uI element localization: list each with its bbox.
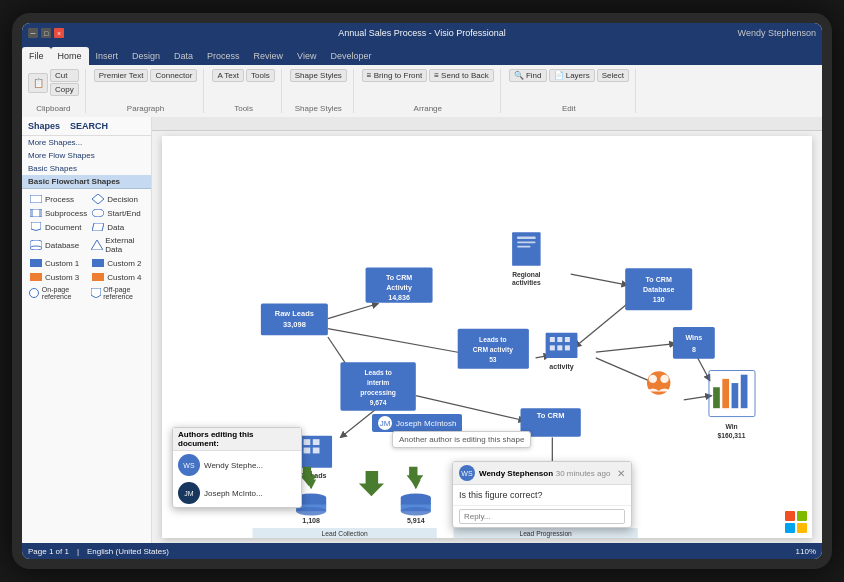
maximize-button[interactable]: □ (41, 28, 51, 38)
database-icon (29, 240, 43, 250)
ribbon-group-edit: 🔍 Find 📄 Layers Select Edit (507, 69, 636, 113)
subprocess-icon (29, 208, 43, 218)
comment-close-icon[interactable]: ✕ (617, 468, 625, 479)
shape-document[interactable]: Document (28, 221, 88, 233)
svg-rect-61 (557, 345, 562, 350)
svg-text:9,674: 9,674 (370, 399, 387, 407)
svg-rect-14 (92, 259, 104, 267)
flowchart-section: Basic Flowchart Shapes (22, 175, 151, 189)
shape-subprocess[interactable]: Subprocess (28, 207, 88, 219)
tab-review[interactable]: Review (247, 47, 291, 65)
svg-text:activity: activity (549, 363, 574, 371)
more-shapes-link[interactable]: More Shapes... (22, 136, 151, 149)
canvas-area[interactable]: Raw Leads 33,098 To CRM Activity 14,836 (152, 117, 822, 543)
tab-design[interactable]: Design (125, 47, 167, 65)
tab-home[interactable]: Home (51, 47, 89, 65)
close-button[interactable]: × (54, 28, 64, 38)
layers-button[interactable]: 📄 Layers (549, 69, 595, 82)
shape-styles-button[interactable]: Shape Styles (290, 69, 347, 82)
zoom-level: 110% (796, 547, 816, 556)
editing-user-icon: JM (378, 416, 392, 430)
copy-button[interactable]: Copy (50, 83, 79, 96)
minimize-button[interactable]: ─ (28, 28, 38, 38)
shape-custom3[interactable]: Custom 3 (28, 271, 88, 283)
tab-insert[interactable]: Insert (89, 47, 126, 65)
user-label: Wendy Stephenson (738, 28, 816, 38)
shape-database[interactable]: Database (28, 235, 88, 255)
tab-process[interactable]: Process (200, 47, 247, 65)
shape-onpage-ref[interactable]: On-page reference (28, 285, 88, 301)
main-area: Shapes SEARCH More Shapes... More Flow S… (22, 117, 822, 543)
tools-btn2[interactable]: Tools (246, 69, 275, 82)
svg-line-29 (684, 396, 712, 400)
process-icon (29, 194, 43, 204)
svg-text:Wins: Wins (685, 334, 702, 342)
comment-reply-input[interactable] (459, 509, 625, 524)
svg-text:$160,311: $160,311 (718, 432, 746, 440)
tab-developer[interactable]: Developer (323, 47, 378, 65)
basic-shapes-link[interactable]: Basic Shapes (22, 162, 151, 175)
comment-reply-area (453, 505, 631, 527)
svg-rect-57 (550, 337, 555, 342)
author-avatar-1: WS (178, 454, 200, 476)
commenter-name: Wendy Stephenson (479, 469, 553, 478)
text-button[interactable]: A Text (212, 69, 244, 82)
tab-data[interactable]: Data (167, 47, 200, 65)
shape-process[interactable]: Process (28, 193, 88, 205)
shape-external-data[interactable]: External Data (90, 235, 145, 255)
svg-text:To CRM: To CRM (646, 276, 672, 284)
svg-rect-58 (557, 337, 562, 342)
offpage-ref-icon (91, 288, 101, 298)
svg-rect-84 (304, 439, 311, 445)
shape-data[interactable]: Data (90, 221, 145, 233)
find-button[interactable]: 🔍 Find (509, 69, 547, 82)
screen: ─ □ × Annual Sales Process - Visio Profe… (22, 23, 822, 559)
svg-text:interim: interim (367, 379, 389, 386)
shape-startend[interactable]: Start/End (90, 207, 145, 219)
svg-marker-1 (92, 194, 104, 204)
premier-text-button[interactable]: Premier Text (94, 69, 149, 82)
shape-custom4[interactable]: Custom 4 (90, 271, 145, 283)
svg-text:To CRM: To CRM (386, 274, 412, 282)
more-flow-link[interactable]: More Flow Shapes (22, 149, 151, 162)
page-canvas[interactable]: Raw Leads 33,098 To CRM Activity 14,836 (162, 136, 812, 538)
shape-decision[interactable]: Decision (90, 193, 145, 205)
send-back-button[interactable]: ≡ Send to Back (429, 69, 493, 82)
bring-front-button[interactable]: ≡ Bring to Front (362, 69, 427, 82)
tab-file[interactable]: File (22, 47, 51, 65)
cut-button[interactable]: Cut (50, 69, 79, 82)
svg-rect-43 (517, 237, 535, 240)
svg-rect-85 (313, 439, 320, 445)
arrange-label: Arrange (414, 104, 442, 113)
svg-text:CRM activity: CRM activity (473, 346, 513, 354)
clipboard-label: Clipboard (36, 104, 70, 113)
select-button[interactable]: Select (597, 69, 629, 82)
shapes-header: Shapes SEARCH (22, 117, 151, 136)
shape-custom1[interactable]: Custom 1 (28, 257, 88, 269)
author-row-1: WS Wendy Stephe... (173, 451, 301, 479)
window-title: Annual Sales Process - Visio Professiona… (338, 28, 505, 38)
ribbon-group-paragraph: Premier Text Connector Paragraph (92, 69, 205, 113)
svg-line-19 (328, 304, 378, 319)
custom3-icon (29, 272, 43, 282)
svg-point-94 (296, 507, 326, 515)
svg-text:Lead Progression: Lead Progression (519, 530, 572, 538)
author-avatar-2: JM (178, 482, 200, 504)
search-label[interactable]: SEARCH (70, 121, 108, 131)
shape-offpage-ref[interactable]: Off-page reference (90, 285, 145, 301)
paste-button[interactable]: 📋 (28, 73, 48, 93)
author-row-2: JM Joseph McInto... (173, 479, 301, 507)
connector-button[interactable]: Connector (150, 69, 197, 82)
svg-text:5,914: 5,914 (407, 517, 425, 525)
svg-rect-60 (550, 345, 555, 350)
svg-line-26 (696, 355, 709, 380)
ribbon-edit-buttons: 🔍 Find 📄 Layers Select (509, 69, 629, 82)
edit-label: Edit (562, 104, 576, 113)
tab-view[interactable]: View (290, 47, 323, 65)
svg-text:14,836: 14,836 (388, 294, 410, 302)
comment-popup: WS Wendy Stephenson 30 minutes ago ✕ Is … (452, 461, 632, 528)
svg-rect-87 (304, 448, 311, 454)
shape-custom2[interactable]: Custom 2 (90, 257, 145, 269)
svg-rect-70 (732, 383, 739, 408)
editing-user-name: Joseph McIntosh (396, 419, 456, 428)
